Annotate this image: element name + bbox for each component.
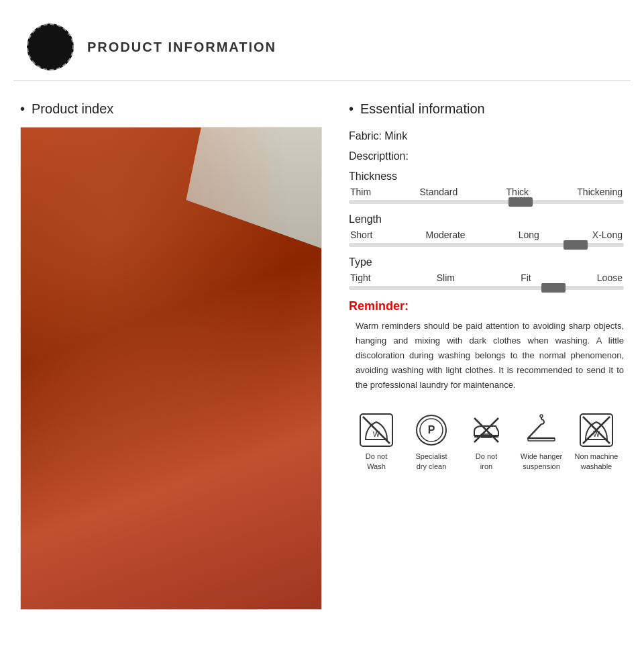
care-item-do-not-wash: W Do notWash [350,413,403,471]
svg-point-11 [540,415,543,417]
svg-text:P: P [428,424,435,435]
do-not-iron-label: Do notiron [476,452,497,471]
coat-highlight [21,127,321,609]
thickness-slider-track[interactable] [349,200,624,204]
right-column: Essential information Fabric: Mink Descr… [349,101,624,610]
care-item-non-machine-washable: W Non machinewashable [570,413,623,471]
care-item-wide-hanger: Wide hangersuspension [515,413,568,471]
wide-hanger-icon [524,413,559,448]
care-item-specialist-dry-clean: P Specialistdry clean [405,413,458,471]
length-opt-3: X-Long [592,229,623,240]
fabric-label: Fabric: Mink [349,130,624,142]
do-not-wash-label: Do notWash [366,452,387,471]
type-options-row: Tight Slim Fit Loose [349,272,624,283]
specialist-dry-clean-label: Specialistdry clean [415,452,447,471]
wide-hanger-label: Wide hangersuspension [521,452,562,471]
type-section: Type Tight Slim Fit Loose [349,256,624,290]
header: PRODUCT INFORMATION [13,13,631,81]
header-logo [27,23,74,70]
care-item-do-not-iron: Do notiron [460,413,513,471]
svg-rect-12 [528,438,555,441]
type-slider-track[interactable] [349,286,624,290]
type-slider-thumb[interactable] [541,283,566,293]
length-section: Length Short Moderate Long X-Long [349,213,624,247]
specialist-dry-clean-icon: P [414,413,449,448]
type-opt-1: Slim [437,272,455,283]
type-opt-0: Tight [350,272,371,283]
description-label: Descripttion: [349,150,624,162]
header-title: PRODUCT INFORMATION [87,40,276,55]
length-label: Length [349,213,624,225]
care-icons-row: W Do notWash P Specialistdry clean [349,406,624,471]
thickness-opt-0: Thim [350,187,371,197]
product-index-title: Product index [20,101,329,117]
type-opt-2: Fit [521,272,531,283]
thickness-slider-thumb[interactable] [508,197,533,207]
product-image [20,127,322,610]
length-slider-thumb[interactable] [564,240,588,250]
do-not-wash-icon: W [359,413,394,448]
reminder-text: Warm reminders should be paid attention … [349,319,624,393]
length-opt-1: Moderate [425,229,465,240]
essential-info-title: Essential information [349,101,624,117]
reminder-title: Reminder: [349,299,624,313]
type-label: Type [349,256,624,268]
length-opt-2: Long [519,229,539,240]
length-opt-0: Short [350,229,372,240]
thickness-section: Thickness Thim Standard Thick Thickening [349,170,624,204]
non-machine-washable-icon: W [579,413,614,448]
left-column: Product index [20,101,329,610]
svg-text:W: W [373,430,380,438]
do-not-iron-icon [469,413,504,448]
thickness-opt-1: Standard [419,187,458,197]
thickness-opt-2: Thick [506,187,529,197]
non-machine-washable-label: Non machinewashable [575,452,619,471]
reminder-block: Reminder: Warm reminders should be paid … [349,299,624,393]
length-options-row: Short Moderate Long X-Long [349,229,624,240]
thickness-opt-3: Thickening [577,187,623,197]
thickness-options-row: Thim Standard Thick Thickening [349,187,624,197]
fabric-block: Fabric: Mink [349,130,624,142]
description-block: Descripttion: [349,150,624,162]
coat-figure [21,127,321,609]
main-content: Product index Essential information Fabr… [13,101,631,610]
thickness-label: Thickness [349,170,624,183]
length-slider-track[interactable] [349,243,624,247]
type-opt-3: Loose [597,272,623,283]
